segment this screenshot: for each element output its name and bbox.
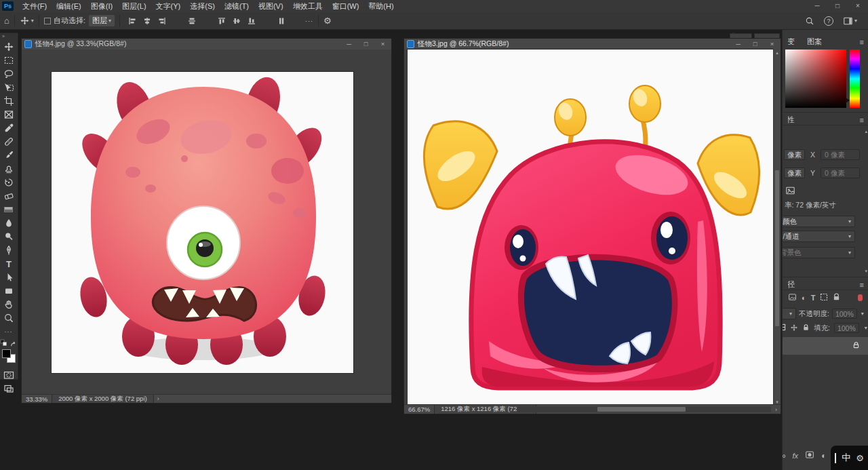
workspace-icon[interactable]: ▾ <box>843 16 857 26</box>
canvas-monster4[interactable] <box>52 72 353 373</box>
menu-item[interactable]: 图像(I) <box>86 0 117 12</box>
tab-gradients[interactable]: 渐变 <box>783 37 802 47</box>
rectangle-tool[interactable] <box>0 284 17 298</box>
collapse-toolbar-icon[interactable]: » <box>0 33 18 40</box>
dodge-tool[interactable] <box>0 230 17 243</box>
doc1-titlebar[interactable]: 怪物4.jpg @ 33.3%(RGB/8#) ─ □ × <box>22 39 391 50</box>
distribute-vertical-icon[interactable] <box>277 17 285 25</box>
width-unit-dropdown[interactable]: 像素 <box>784 149 805 160</box>
rectangular-marquee-tool[interactable] <box>0 54 17 67</box>
crop-tool[interactable] <box>0 94 17 108</box>
filter-smart-objects-icon[interactable] <box>833 293 840 302</box>
align-right-icon[interactable] <box>158 17 166 25</box>
fill-value[interactable]: 100% <box>834 323 859 333</box>
menu-item[interactable]: 窗口(W) <box>328 0 364 12</box>
opacity-value[interactable]: 100% <box>832 309 857 319</box>
height-unit-dropdown[interactable]: 像素 <box>784 168 805 178</box>
chevron-right-icon[interactable]: › <box>154 395 163 402</box>
doc2-titlebar[interactable]: 怪物3.jpg @ 66.7%(RGB/8#) ─ □ × <box>404 39 781 50</box>
hue-slider-arrow[interactable] <box>846 98 850 103</box>
close-icon[interactable]: × <box>374 39 391 50</box>
x-value-field[interactable]: 0 像素 <box>821 149 860 160</box>
background-color-dropdown[interactable]: 背景色▾ <box>782 247 855 258</box>
hidden-panel-tab[interactable] <box>754 33 780 38</box>
panel-menu-icon[interactable]: ≡ <box>860 38 868 46</box>
eraser-tool[interactable] <box>0 189 17 203</box>
align-middle-icon[interactable] <box>233 17 241 25</box>
maximize-icon[interactable]: □ <box>827 0 848 12</box>
align-center-horizontal-icon[interactable] <box>143 17 151 25</box>
align-top-icon[interactable] <box>218 17 226 25</box>
panel-menu-icon[interactable]: ≡ <box>860 116 868 124</box>
tab-properties[interactable]: 属性 <box>783 115 802 125</box>
eyedropper-tool[interactable] <box>0 121 17 135</box>
color-mode-dropdown[interactable]: B 颜色▾ <box>782 216 855 227</box>
filter-adjustment-layers-icon[interactable]: ◐ <box>802 294 806 302</box>
hand-tool[interactable] <box>0 298 17 311</box>
lasso-tool[interactable] <box>0 67 17 81</box>
scroll-right-icon[interactable]: › <box>772 406 781 413</box>
layer-effects-icon[interactable]: fx <box>793 452 799 460</box>
hue-slider[interactable] <box>850 50 860 108</box>
adjustment-layer-icon[interactable]: ◐ <box>821 451 826 461</box>
clone-stamp-tool[interactable] <box>0 162 17 176</box>
frame-tool[interactable] <box>0 108 17 121</box>
align-left-icon[interactable] <box>128 17 136 25</box>
doc2-horizontal-scrollbar[interactable] <box>517 406 771 412</box>
close-icon[interactable]: × <box>764 39 781 50</box>
bit-depth-dropdown[interactable]: 位/通道▾ <box>782 231 855 242</box>
scroll-down-icon[interactable]: ▾ <box>865 269 867 274</box>
screen-mode-icon[interactable] <box>0 382 17 395</box>
help-icon[interactable]: ? <box>824 16 833 26</box>
layer-mask-icon[interactable] <box>805 450 814 461</box>
filter-pixel-layers-icon[interactable] <box>788 293 797 302</box>
background-layer-row[interactable] <box>783 337 868 355</box>
move-tool[interactable] <box>0 40 17 54</box>
color-saturation-field[interactable] <box>785 50 846 108</box>
filter-active-toggle[interactable] <box>858 294 863 301</box>
filter-type-layers-icon[interactable]: T <box>811 294 816 302</box>
close-icon[interactable]: × <box>848 0 868 12</box>
search-icon[interactable] <box>805 16 814 26</box>
menu-item[interactable]: 增效工具 <box>288 0 328 12</box>
chevron-down-icon[interactable]: ▾ <box>31 18 34 24</box>
menu-item[interactable]: 视图(V) <box>254 0 288 12</box>
filter-shape-layers-icon[interactable] <box>820 293 828 302</box>
pen-tool[interactable] <box>0 243 17 257</box>
blur-tool[interactable] <box>0 216 17 230</box>
menu-item[interactable]: 编辑(E) <box>52 0 86 12</box>
canvas-monster3[interactable] <box>408 50 773 406</box>
align-vertical-centers-icon[interactable] <box>188 17 196 25</box>
menu-item[interactable]: 文字(Y) <box>151 0 186 12</box>
panel-menu-icon[interactable]: ≡ <box>860 281 868 289</box>
ime-language-mode[interactable]: 中 <box>842 452 850 464</box>
hidden-panel-tab[interactable] <box>730 33 752 38</box>
maximize-icon[interactable]: □ <box>357 39 374 50</box>
lock-all-icon[interactable] <box>802 324 810 333</box>
y-value-field[interactable]: 0 像素 <box>821 168 860 178</box>
gear-icon[interactable]: ⚙ <box>323 16 332 26</box>
lock-position-icon[interactable] <box>790 324 798 333</box>
align-bottom-icon[interactable] <box>248 17 256 25</box>
menu-item[interactable]: 选择(S) <box>185 0 220 12</box>
zoom-tool[interactable] <box>0 311 17 325</box>
move-tool-icon[interactable] <box>20 16 30 26</box>
foreground-background-swatches[interactable] <box>1 349 16 364</box>
edit-toolbar-icon[interactable]: ··· <box>0 325 17 338</box>
chevron-down-icon[interactable]: ▾ <box>861 311 864 317</box>
home-icon[interactable]: ⌂ <box>4 16 9 26</box>
menu-item[interactable]: 图层(L) <box>117 0 151 12</box>
type-tool[interactable]: T <box>0 257 17 271</box>
quick-mask-icon[interactable] <box>0 368 17 382</box>
doc2-vertical-scrollbar[interactable]: ▴ ▾ <box>773 50 781 406</box>
doc2-zoom-level[interactable]: 66.67% <box>404 406 434 413</box>
tab-paths[interactable]: 路径 <box>783 279 802 290</box>
minimize-icon[interactable]: ─ <box>730 39 747 50</box>
minimize-icon[interactable]: ─ <box>807 0 827 12</box>
gear-icon[interactable]: ⚙ <box>856 453 864 463</box>
properties-image-button[interactable] <box>785 186 795 195</box>
menu-item[interactable]: 帮助(H) <box>363 0 398 12</box>
more-options-icon[interactable]: ··· <box>305 18 313 24</box>
object-selection-tool[interactable] <box>0 81 17 94</box>
doc1-zoom-level[interactable]: 33.33% <box>22 395 52 403</box>
